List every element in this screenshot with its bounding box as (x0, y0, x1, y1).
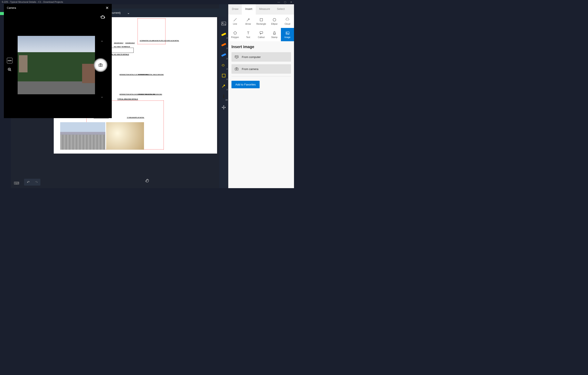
camera-mode-down[interactable]: ⌄ (100, 94, 104, 99)
svg-rect-9 (235, 68, 238, 70)
from-camera-button[interactable]: From camera (231, 64, 291, 74)
svg-point-10 (236, 69, 237, 70)
svg-rect-5 (260, 31, 263, 33)
chevron-down-icon: ⌄ (127, 11, 130, 15)
tool-image[interactable]: Image (281, 28, 294, 41)
arrow-yellow[interactable]: 2 (219, 81, 228, 91)
camera-preview (18, 36, 95, 94)
marker-blue[interactable]: 2 (219, 50, 228, 60)
redo-button[interactable]: ↷ (32, 179, 40, 186)
alt-baseplate-title: ALTERNATIVE COLUMN BASE PLATE CAST INTO … (140, 40, 179, 41)
insert-image-heading: Insert image (231, 45, 291, 49)
tool-rectangle[interactable]: Rectangle (255, 15, 268, 28)
image-tool-icon[interactable] (219, 19, 228, 28)
undo-redo-bar: ↶ ↷ (24, 179, 40, 186)
window-title: S-225 - Typical Structural Details - C1 … (2, 1, 63, 4)
right-panel: Draw Insert Measure Select Line Arrow Re… (228, 4, 294, 188)
keyboard-icon[interactable]: ⌨ (14, 181, 19, 186)
pen-black[interactable]: 16 (219, 91, 228, 101)
cloud-yellow[interactable]: 2 (219, 60, 228, 71)
tool-polygon[interactable]: Polygon (229, 28, 242, 41)
tool-text[interactable]: Text (242, 28, 255, 41)
undo-button[interactable]: ↶ (24, 179, 32, 186)
tab-insert[interactable]: Insert (242, 4, 256, 15)
tool-stamp[interactable]: Stamp (268, 28, 281, 41)
move-tool[interactable] (219, 103, 228, 112)
tool-callout[interactable]: Callout (255, 28, 268, 41)
girt2: 'Z' PURLIN/GIRTLAP DETAIL (127, 117, 144, 118)
tab-draw[interactable]: Draw (229, 4, 242, 15)
tab-select[interactable]: Select (273, 4, 288, 15)
camera-mode-up[interactable]: ⌃ (100, 40, 104, 45)
maximize-button[interactable]: ▢ (284, 1, 286, 4)
touch-mode-icon[interactable] (145, 178, 150, 184)
insert-tool-grid: Line Arrow Rectangle Ellipse Cloud Polyg… (229, 15, 294, 41)
panel-tabs: Draw Insert Measure Select (229, 4, 294, 15)
minimize-button[interactable]: — (277, 1, 280, 4)
tool-line[interactable]: Line (229, 15, 242, 28)
review-tag[interactable] (0, 12, 4, 15)
svg-point-1 (222, 23, 223, 24)
svg-rect-0 (221, 22, 226, 25)
svg-point-4 (273, 18, 276, 21)
svg-point-7 (286, 32, 287, 33)
from-computer-button[interactable]: From computer (231, 52, 291, 62)
inserted-photo-building[interactable] (60, 122, 105, 150)
marker-orange[interactable]: 2 (219, 40, 228, 50)
tool-arrow[interactable]: Arrow (242, 15, 255, 28)
inserted-photo-interior[interactable] (106, 122, 144, 150)
bracing-title: TYPICAL BRACING DETAILS (117, 98, 138, 100)
window-close-button[interactable]: ✕ (290, 1, 292, 4)
camera-hdr-button[interactable]: HDR (7, 58, 12, 63)
camera-window: Camera ✕ HDR ⌃ ⌄ (4, 4, 112, 118)
rect-yellow[interactable]: 2 (219, 71, 228, 81)
camera-title: Camera (7, 6, 16, 10)
hdboltsched: H.D. BOLT SCHEDULE (114, 46, 130, 48)
tool-cloud[interactable]: Cloud (281, 15, 294, 28)
tool-strip: 2 2 2 2 2 2 16 (219, 4, 228, 188)
camera-zoom-button[interactable] (7, 67, 12, 72)
tab-measure[interactable]: Measure (256, 4, 273, 15)
camera-shutter-button[interactable] (94, 58, 107, 72)
svg-rect-2 (222, 74, 225, 77)
marker-yellow[interactable]: 2 (219, 29, 228, 40)
anchor-label: ANCHOR BOLT (114, 42, 123, 44)
intangle: INTERSECTION DETAIL ANGLE BRACING (138, 74, 164, 75)
cogged-label: COGGED BOLT (125, 42, 135, 44)
introd: INTERSECTION DETAIL ROD BRACING (138, 94, 162, 95)
camera-close-button[interactable]: ✕ (105, 6, 109, 10)
svg-rect-3 (260, 19, 263, 21)
add-to-favorites-button[interactable]: Add to Favorites (231, 81, 260, 88)
svg-point-14 (100, 65, 101, 66)
tool-ellipse[interactable]: Ellipse (268, 15, 281, 28)
